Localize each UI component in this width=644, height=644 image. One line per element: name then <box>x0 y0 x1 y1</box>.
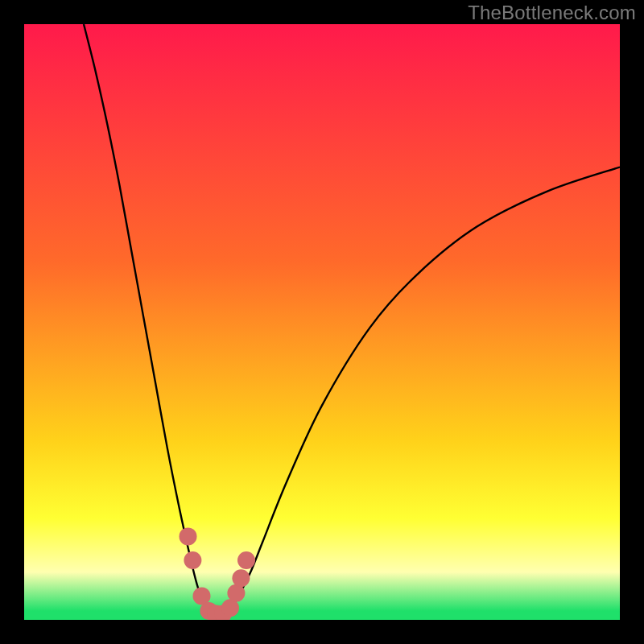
curve-marker <box>232 569 250 587</box>
curve-marker <box>237 551 255 569</box>
bottleneck-chart <box>24 24 620 620</box>
gradient-background <box>24 24 620 620</box>
chart-frame: TheBottleneck.com <box>0 0 644 644</box>
plot-area <box>24 24 620 620</box>
curve-marker <box>184 551 201 569</box>
curve-marker <box>180 527 197 545</box>
watermark-text: TheBottleneck.com <box>468 2 636 24</box>
